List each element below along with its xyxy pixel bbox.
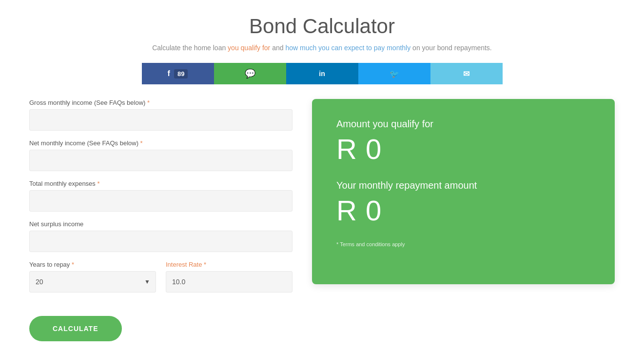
interest-required: * [204,261,206,268]
gross-income-label: Gross monthly income (See FAQs below) * [29,99,293,106]
email-share-button[interactable]: ✉ [430,63,503,84]
net-income-field-group: Net monthly income (See FAQs below) * [29,139,293,171]
net-income-input[interactable] [29,150,293,171]
expenses-label: Total monthly expenses * [29,180,293,187]
terms-text: * Terms and conditions apply [336,241,590,247]
expenses-input[interactable] [29,190,293,212]
page-title: Bond Calculator [29,15,615,38]
net-income-label: Net monthly income (See FAQs below) * [29,139,293,147]
page-header: Bond Calculator Calculate the home loan … [29,15,615,53]
whatsapp-share-button[interactable]: 💬 [214,63,286,84]
qualify-label: Amount you qualify for [336,118,590,130]
years-required: * [72,261,74,268]
gross-income-input[interactable] [29,109,293,131]
facebook-count: 89 [174,69,188,78]
interest-field-group: Interest Rate * [166,261,293,293]
interest-input[interactable] [166,271,293,293]
net-income-required: * [140,139,143,147]
surplus-field-group: Net surplus income [29,220,293,252]
years-select-wrapper: 5 10 15 20 25 30 ▼ [29,271,156,293]
facebook-share-button[interactable]: f 89 [142,63,214,84]
expenses-field-group: Total monthly expenses * [29,180,293,212]
repayment-value: R 0 [336,194,590,227]
qualify-value: R 0 [336,133,590,165]
years-select[interactable]: 5 10 15 20 25 30 [29,271,156,293]
interest-label: Interest Rate * [166,261,293,268]
twitter-share-button[interactable]: 🐦 [358,63,430,84]
result-card: Amount you qualify for R 0 Your monthly … [312,99,615,284]
linkedin-icon: in [319,70,325,78]
share-bar: f 89 💬 in 🐦 ✉ [142,63,503,84]
gross-income-required: * [147,99,150,106]
calculator-form: Gross monthly income (See FAQs below) * … [29,99,293,341]
email-icon: ✉ [463,69,469,78]
gross-income-field-group: Gross monthly income (See FAQs below) * [29,99,293,131]
calculate-button[interactable]: CALCULATE [29,316,122,341]
years-interest-row: Years to repay * 5 10 15 20 25 30 ▼ [29,261,293,301]
surplus-label: Net surplus income [29,220,293,228]
twitter-icon: 🐦 [390,69,399,78]
expenses-required: * [97,180,99,187]
facebook-icon: f [168,69,170,78]
linkedin-share-button[interactable]: in [286,63,358,84]
years-field-group: Years to repay * 5 10 15 20 25 30 ▼ [29,261,156,293]
main-content: Gross monthly income (See FAQs below) * … [29,99,615,341]
page-subtitle: Calculate the home loan you qualify for … [29,43,615,53]
repayment-label: Your monthly repayment amount [336,180,590,191]
years-label: Years to repay * [29,261,156,268]
whatsapp-icon: 💬 [245,68,255,79]
surplus-input[interactable] [29,231,293,252]
